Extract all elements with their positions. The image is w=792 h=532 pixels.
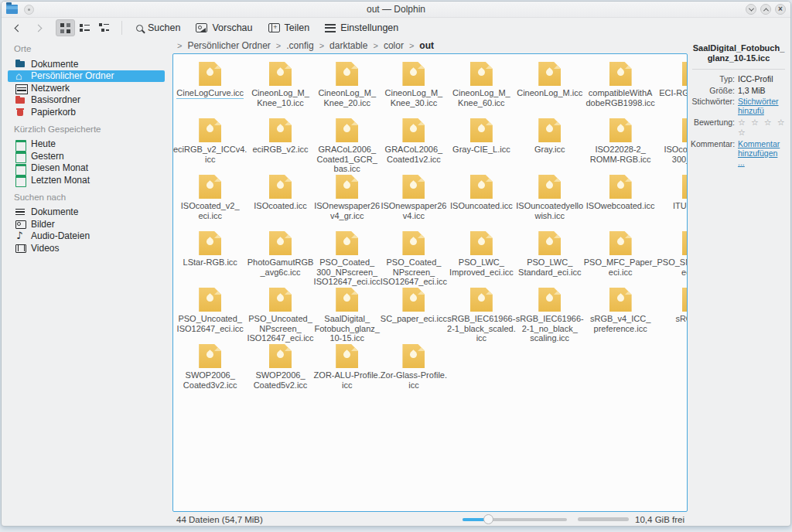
icc-file-icon bbox=[470, 288, 493, 312]
file-item[interactable]: ISOcoated_v2_300_eci.icc bbox=[657, 114, 688, 170]
titlebar-menu-button[interactable] bbox=[24, 5, 34, 15]
file-item[interactable]: PhotoGamutRGB_avg6c.icc bbox=[247, 227, 313, 283]
zoom-slider[interactable] bbox=[463, 514, 567, 524]
file-item[interactable]: PSO_Uncoated_ISO12647_eci.icc bbox=[173, 283, 247, 339]
search-button[interactable]: Suchen bbox=[130, 19, 186, 36]
file-item[interactable]: CineonLog_M_Knee_30.icc bbox=[381, 57, 447, 114]
file-item[interactable]: ISOuncoated.icc bbox=[447, 170, 516, 227]
file-item[interactable]: ZOR-ALU-Profile.icc bbox=[314, 339, 381, 396]
file-item[interactable]: LStar-RGB.icc bbox=[173, 227, 247, 283]
icc-file-icon bbox=[609, 288, 632, 312]
forward-button[interactable] bbox=[29, 20, 46, 36]
file-label: PSO_Coated_300_NPscreen_ISO12647_eci.icc bbox=[314, 257, 381, 287]
breadcrumb-item-color[interactable]: color bbox=[384, 40, 404, 51]
file-item[interactable]: SC_paper_eci.icc bbox=[381, 283, 447, 339]
file-item[interactable]: ISO22028-2_ROMM-RGB.icc bbox=[584, 114, 657, 170]
back-button[interactable] bbox=[9, 20, 26, 36]
titlebar[interactable]: out — Dolphin × bbox=[2, 2, 790, 18]
file-item[interactable]: CineonLog_M_Knee_20.icc bbox=[314, 57, 381, 114]
details-view-button[interactable] bbox=[75, 19, 94, 36]
file-item[interactable]: ECI-RGB.V1.0.icc bbox=[657, 57, 688, 114]
file-item[interactable]: ISOcoated_v2_eci.icc bbox=[173, 170, 247, 227]
file-item[interactable]: PSO_LWC_Standard_eci.icc bbox=[516, 227, 584, 283]
sidebar-item-gestern[interactable]: Gestern bbox=[12, 150, 165, 162]
close-button[interactable]: × bbox=[775, 4, 786, 15]
file-item[interactable]: ISOnewspaper26v4.icc bbox=[381, 170, 447, 227]
icc-file-icon bbox=[609, 231, 632, 255]
sidebar-item-videos[interactable]: Videos bbox=[12, 242, 165, 254]
file-item[interactable]: PSO_Uncoated_NPscreen_ISO12647_eci.icc bbox=[247, 283, 313, 339]
file-item[interactable]: sRGB_IEC61966-2-1_no_black_scaling.icc bbox=[516, 283, 584, 339]
file-item[interactable]: CineonLog_M_Knee_60.icc bbox=[447, 57, 516, 114]
sidebar-item-papierkorb[interactable]: Papierkorb bbox=[12, 106, 165, 118]
file-item[interactable]: ISOcoated.icc bbox=[247, 170, 313, 227]
file-item[interactable]: CineLogCurve.icc bbox=[173, 57, 247, 114]
window-title: out — Dolphin bbox=[2, 4, 790, 15]
breadcrumb-item-out[interactable]: out bbox=[419, 40, 434, 51]
file-label: eciRGB_v2_ICCv4.icc bbox=[173, 145, 247, 164]
icc-file-icon bbox=[609, 118, 632, 142]
file-item[interactable]: PSO_SNP_Paper_eci.icc bbox=[657, 227, 688, 283]
calendar-icon bbox=[15, 163, 26, 173]
file-item[interactable]: PSO_MFC_Paper_eci.icc bbox=[584, 227, 657, 283]
file-label: Zor-Glass-Profile.icc bbox=[381, 370, 447, 390]
breadcrumb-item--config[interactable]: .config bbox=[286, 40, 313, 51]
file-item[interactable]: SWOP2006_Coated3v2.icc bbox=[173, 339, 247, 396]
file-label: ITULab.icc bbox=[673, 201, 688, 211]
file-item[interactable]: eciRGB_v2.icc bbox=[247, 114, 313, 170]
file-item[interactable]: SWOP2006_Coated5v2.icc bbox=[247, 339, 313, 396]
file-item[interactable]: compatibleWithAdobeRGB1998.icc bbox=[584, 57, 657, 114]
file-item[interactable]: GRACoL2006_Coated1v2.icc bbox=[381, 114, 447, 170]
trash-icon bbox=[15, 107, 26, 117]
icc-file-icon bbox=[199, 175, 221, 199]
sidebar-item-persönlicher-ordner[interactable]: Persönlicher Ordner bbox=[8, 70, 165, 83]
file-item[interactable]: sRGB_IEC61966-2-1_black_scaled.icc bbox=[447, 283, 516, 339]
sidebar-item-audio-dateien[interactable]: Audio-Dateien bbox=[12, 230, 165, 243]
file-item[interactable]: Gray-CIE_L.icc bbox=[447, 114, 516, 170]
settings-button[interactable]: Einstellungen bbox=[319, 19, 405, 36]
search-icon bbox=[136, 25, 143, 32]
file-item[interactable]: ISOwebcoated.icc bbox=[584, 170, 657, 227]
file-item[interactable]: PSO_Coated_300_NPscreen_ISO12647_eci.icc bbox=[314, 227, 381, 283]
sidebar-item-dokumente[interactable]: Dokumente bbox=[12, 58, 165, 70]
sidebar-item-letzten-monat[interactable]: Letzten Monat bbox=[12, 174, 165, 186]
file-item[interactable]: GRACoL2006_Coated1_GCR_bas.icc bbox=[314, 114, 381, 170]
sidebar-item-bilder[interactable]: Bilder bbox=[12, 218, 165, 230]
file-label: PSO_Coated_NPscreen_ISO12647_eci.icc bbox=[381, 257, 447, 287]
sidebar-item-basisordner[interactable]: Basisordner bbox=[12, 94, 165, 107]
icc-file-icon bbox=[470, 118, 493, 142]
file-item[interactable]: Zor-Glass-Profile.icc bbox=[381, 339, 447, 396]
file-label: CineLogCurve.icc bbox=[176, 88, 244, 99]
sidebar-item-netzwerk[interactable]: Netzwerk bbox=[12, 82, 165, 94]
file-item[interactable]: eciRGB_v2_ICCv4.icc bbox=[173, 114, 247, 170]
breadcrumb-item-darktable[interactable]: darktable bbox=[329, 40, 367, 51]
file-item[interactable]: sRGB_v4_ICC_preference.icc bbox=[584, 283, 657, 339]
maximize-button[interactable] bbox=[760, 4, 771, 15]
rating-stars[interactable]: ☆ ☆ ☆ ☆ ☆ bbox=[738, 118, 787, 138]
sidebar-item-dokumente[interactable]: Dokumente bbox=[12, 206, 165, 219]
file-item[interactable]: CineonLog_M_Knee_10.icc bbox=[247, 57, 313, 114]
file-item[interactable]: sRGB.icc bbox=[657, 283, 688, 339]
sidebar-item-heute[interactable]: Heute bbox=[12, 138, 165, 151]
icc-file-icon bbox=[269, 288, 292, 312]
file-item[interactable]: Gray.icc bbox=[516, 114, 584, 170]
file-item[interactable]: ISOnewspaper26v4_gr.icc bbox=[314, 170, 381, 227]
minimize-button[interactable] bbox=[746, 4, 756, 15]
add-metadata-link[interactable]: Kommentar hinzufügen ... bbox=[738, 139, 787, 167]
file-item[interactable]: ISOuncoatedyellowish.icc bbox=[516, 170, 584, 227]
icons-view-button[interactable] bbox=[56, 19, 75, 36]
preview-button[interactable]: Vorschau bbox=[189, 19, 258, 36]
breadcrumb-item-persönlicher-ordner[interactable]: Persönlicher Ordner bbox=[187, 40, 270, 51]
zoom-slider-handle[interactable] bbox=[483, 514, 493, 524]
file-item[interactable]: CineonLog_M.icc bbox=[516, 57, 584, 114]
share-button[interactable]: Teilen bbox=[262, 19, 316, 36]
file-item[interactable]: PSO_LWC_Improved_eci.icc bbox=[447, 227, 516, 283]
file-item[interactable]: PSO_Coated_NPscreen_ISO12647_eci.icc bbox=[381, 227, 447, 283]
tree-view-button[interactable] bbox=[94, 19, 114, 36]
add-metadata-link[interactable]: Stichwörter hinzufü bbox=[738, 97, 787, 115]
file-item[interactable]: SaalDigital_Fotobuch_glanz_10-15.icc bbox=[314, 283, 381, 339]
icc-file-icon bbox=[336, 344, 358, 368]
file-item[interactable]: ITULab.icc bbox=[657, 170, 688, 227]
sidebar-item-diesen-monat[interactable]: Diesen Monat bbox=[12, 162, 165, 175]
icc-file-icon bbox=[199, 288, 221, 312]
